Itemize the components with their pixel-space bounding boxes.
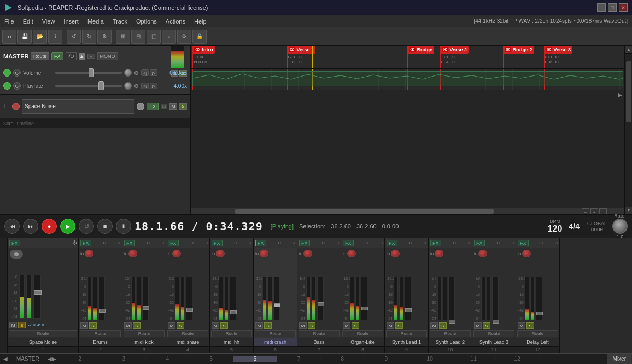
- scroll-end-arrow[interactable]: —: [599, 208, 607, 214]
- track-extra-btn[interactable]: □: [161, 104, 167, 109]
- bottom-num-7[interactable]: 7: [277, 356, 321, 362]
- ch-fader-9[interactable]: [405, 277, 411, 320]
- bottom-num-5[interactable]: 5: [190, 356, 233, 362]
- ch-s-btn-6[interactable]: S: [264, 322, 272, 329]
- menu-actions[interactable]: Actions: [161, 17, 190, 26]
- tab-master[interactable]: MASTER: [11, 354, 45, 364]
- ch-u-8[interactable]: U: [365, 240, 368, 245]
- ch-m-btn-2[interactable]: M: [80, 322, 88, 329]
- timeline-scrollbar[interactable]: − + —: [191, 208, 624, 214]
- ch-u-2[interactable]: U: [103, 240, 106, 245]
- ch-fader-thumb-9[interactable]: [405, 308, 412, 312]
- ch-route-btn-6[interactable]: Route: [255, 330, 296, 337]
- menu-track[interactable]: Track: [108, 17, 132, 26]
- scroll-up-button[interactable]: ▲: [625, 46, 632, 54]
- ch-s-btn-3[interactable]: S: [133, 322, 141, 329]
- scroll-arrow-right[interactable]: ▶: [618, 92, 622, 98]
- ch-u-4[interactable]: U: [190, 240, 194, 245]
- track-m-button[interactable]: M: [169, 103, 177, 110]
- ch-route-btn-8[interactable]: Route: [342, 330, 383, 337]
- volume-enable-button[interactable]: [3, 69, 11, 77]
- ch-fader-thumb-7[interactable]: [318, 302, 324, 306]
- toolbar-redo-button[interactable]: ↻: [82, 30, 96, 44]
- ch-fader-12[interactable]: [536, 277, 542, 320]
- master-ch-fader-thumb[interactable]: [34, 290, 42, 295]
- menu-edit[interactable]: Edit: [19, 17, 38, 26]
- ch-fx-btn-12[interactable]: FX: [518, 240, 529, 246]
- volume-extra-btn1[interactable]: ◁: [141, 69, 149, 76]
- ch-route-btn-4[interactable]: Route: [167, 330, 208, 337]
- ch-j-10[interactable]: J: [468, 240, 470, 245]
- ch-fader-thumb-11[interactable]: [493, 320, 499, 324]
- volume-gear-icon[interactable]: ⚙: [134, 70, 139, 76]
- transport-record-button[interactable]: ●: [42, 219, 57, 234]
- ch-route-btn-9[interactable]: Route: [386, 330, 427, 337]
- volume-knob[interactable]: [124, 69, 132, 77]
- tab-mixer[interactable]: Mixer: [607, 354, 632, 364]
- ch-s-btn-2[interactable]: S: [89, 322, 97, 329]
- time-signature[interactable]: 4/4: [569, 222, 580, 231]
- ch-m-btn-8[interactable]: M: [343, 322, 350, 329]
- scrollbar-thumb[interactable]: [235, 209, 494, 214]
- ch-fader-10[interactable]: [448, 277, 455, 320]
- ch-route-btn-11[interactable]: Route: [473, 330, 514, 337]
- bottom-num-4[interactable]: 4: [146, 356, 190, 362]
- ch-fader-thumb-5[interactable]: [230, 310, 237, 314]
- toolbar-save-button[interactable]: 💾: [17, 30, 32, 44]
- ch-fader-8[interactable]: [361, 277, 367, 320]
- ch-s-btn-7[interactable]: S: [308, 322, 315, 329]
- ch-fader-thumb-12[interactable]: [536, 312, 543, 315]
- ch-fx-btn-10[interactable]: FX: [430, 240, 441, 246]
- arrange-content[interactable]: ▶: [191, 69, 624, 208]
- master-ch-fx-label[interactable]: FX: [9, 240, 20, 246]
- volume-extra-btn2[interactable]: ▷: [150, 69, 157, 76]
- ch-fader-7[interactable]: [317, 277, 324, 320]
- ch-input-knob-4[interactable]: [172, 250, 181, 257]
- ch-s-btn-12[interactable]: S: [526, 322, 534, 329]
- playrate-fader-thumb[interactable]: [98, 81, 104, 90]
- transport-play-button[interactable]: ▶: [60, 219, 75, 234]
- track-name-box[interactable]: Space Noise: [22, 99, 134, 114]
- ch-s-btn-5[interactable]: S: [220, 322, 228, 329]
- close-button[interactable]: ✕: [619, 3, 628, 12]
- track-enable-button[interactable]: [12, 103, 20, 110]
- master-ch-s-btn[interactable]: S: [18, 322, 26, 328]
- toolbar-group-button[interactable]: ◫: [147, 30, 161, 44]
- ch-fader-thumb-10[interactable]: [449, 320, 455, 324]
- bottom-num-12[interactable]: 12: [496, 356, 540, 362]
- bottom-num-2[interactable]: 2: [58, 356, 102, 362]
- ch-j-4[interactable]: J: [206, 240, 208, 245]
- ch-route-btn-10[interactable]: Route: [430, 330, 471, 337]
- master-mono-button[interactable]: MONO: [97, 52, 118, 60]
- scroll-track[interactable]: [625, 54, 632, 207]
- ch-fx-btn-4[interactable]: FX: [168, 240, 179, 246]
- ch-fader-thumb-3[interactable]: [143, 306, 149, 310]
- ch-fader-11[interactable]: [492, 277, 499, 320]
- transport-pause-button[interactable]: ⏸: [116, 219, 131, 234]
- ch-j-5[interactable]: J: [249, 240, 251, 245]
- ch-s-btn-10[interactable]: S: [439, 322, 447, 329]
- scroll-thumb[interactable]: [626, 61, 631, 122]
- bottom-num-6[interactable]: 6: [233, 356, 277, 362]
- toolbar-render-button[interactable]: ⚙: [97, 30, 112, 44]
- ch-route-btn-12[interactable]: Route: [517, 330, 558, 337]
- ch-m-btn-6[interactable]: M: [255, 322, 263, 329]
- ch-fader-thumb-4[interactable]: [186, 308, 193, 312]
- ch-u-9[interactable]: U: [409, 240, 412, 245]
- ch-input-knob-6[interactable]: [260, 250, 268, 257]
- playrate-extra-btn2[interactable]: ▷: [150, 83, 157, 89]
- bpm-value[interactable]: 120: [548, 224, 563, 234]
- master-ch-route-btn[interactable]: Route: [9, 330, 77, 337]
- transport-back-button[interactable]: ⏭: [23, 219, 38, 234]
- toolbar-snap-button[interactable]: ⊞: [116, 30, 130, 44]
- bottom-num-10[interactable]: 10: [408, 356, 452, 362]
- ch-input-knob-12[interactable]: [522, 250, 531, 257]
- toolbar-grid-button[interactable]: ⊟: [131, 30, 145, 44]
- master-fx-button[interactable]: FX: [51, 52, 63, 60]
- ch-fader-6[interactable]: [273, 277, 280, 320]
- menu-file[interactable]: File: [0, 17, 19, 26]
- ch-fx-btn-7[interactable]: FX: [299, 240, 310, 246]
- maximize-button[interactable]: □: [608, 3, 617, 12]
- transport-stop-button[interactable]: ■: [97, 219, 113, 234]
- mixer-arrow-left[interactable]: ◀: [0, 356, 11, 362]
